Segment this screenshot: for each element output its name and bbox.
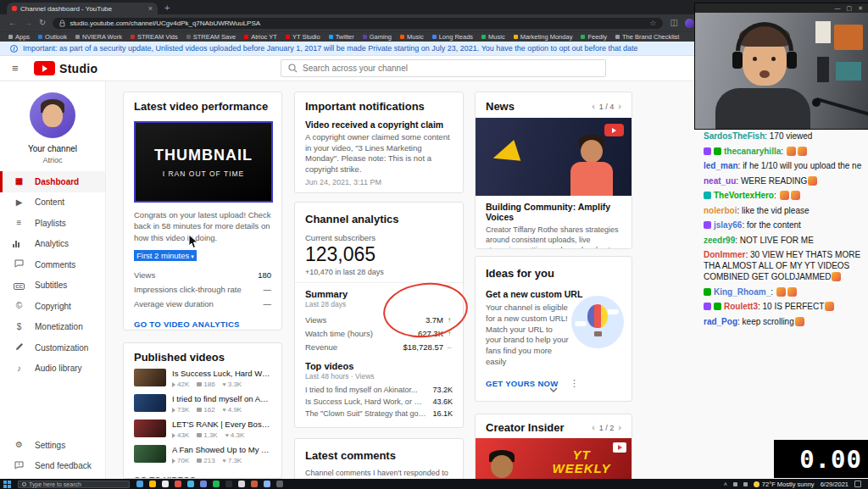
sidebar-item-settings[interactable]: ⚙Settings xyxy=(0,435,105,456)
video-row[interactable]: I tried to find myself on Akinator... 73… xyxy=(134,394,271,414)
sidebar-item-customization[interactable]: Customization xyxy=(0,337,105,358)
close-icon[interactable]: ✕ xyxy=(858,5,863,11)
taskbar-app-icon[interactable] xyxy=(187,481,194,487)
kebab-menu-icon[interactable]: ⋮ xyxy=(443,192,453,193)
tray-icon[interactable] xyxy=(733,482,737,486)
info-icon: i xyxy=(10,45,18,53)
go-to-video-analytics-link[interactable]: GO TO VIDEO ANALYTICS xyxy=(134,320,271,329)
sidebar-item-playlists[interactable]: ≡Playlists xyxy=(0,213,105,234)
tray-expand-icon[interactable]: ˄ xyxy=(724,481,727,487)
taskbar-app-icon[interactable] xyxy=(175,481,181,487)
bookmark-favicon-icon xyxy=(481,35,486,39)
latest-video-thumbnail[interactable]: THUMBNAIL I RAN OUT OF TIME xyxy=(134,121,273,203)
taskbar-app-icon[interactable] xyxy=(225,481,232,487)
chat-badge-icon xyxy=(704,192,711,199)
video-row[interactable]: Is Success Luck, Hard Work, or Pain? 42K… xyxy=(134,369,271,388)
sidebar-item-audio-library[interactable]: ♪Audio library xyxy=(0,358,105,380)
bookmark-label: Gaming xyxy=(370,33,392,41)
search-input[interactable] xyxy=(303,64,598,73)
expand-chevron-icon[interactable] xyxy=(476,381,632,396)
taskbar-app-icon[interactable] xyxy=(238,481,245,487)
studio-logo[interactable]: Studio xyxy=(34,61,97,75)
taskbar-app-icon[interactable] xyxy=(264,481,270,487)
chat-badge-icon xyxy=(704,303,711,310)
bookmark-item[interactable]: YT Studio xyxy=(286,33,320,41)
sidebar-item-copyright[interactable]: ©Copyright xyxy=(0,296,105,317)
weather-widget[interactable]: 72°F Mostly sunny xyxy=(754,481,815,488)
bookmark-item[interactable]: Music xyxy=(400,33,424,41)
likes-icon: ♥ xyxy=(225,432,229,438)
bookmark-item[interactable]: Apps xyxy=(8,33,30,41)
bookmark-item[interactable]: Gaming xyxy=(363,33,392,41)
hamburger-menu-icon[interactable]: ≡ xyxy=(12,63,19,74)
taskbar-app-icon[interactable] xyxy=(276,481,283,487)
comments-icon xyxy=(13,259,25,270)
sidebar-item-monetization[interactable]: $Monetization xyxy=(0,317,105,338)
sidebar-item-analytics[interactable]: Analytics xyxy=(0,234,105,255)
video-row[interactable]: LET'S RANK | Every Boss in Hollow Knight… xyxy=(134,420,271,439)
taskbar-date[interactable]: 6/29/2021 xyxy=(821,481,849,488)
bookmark-item[interactable]: Outlook xyxy=(38,33,67,41)
extensions-icon[interactable]: ◫ xyxy=(670,19,677,27)
top-video-row[interactable]: The "Clown Suit" Strategy that got me a … xyxy=(305,408,453,420)
bookmark-star-icon[interactable]: ☆ xyxy=(649,19,656,27)
refresh-icon[interactable]: ↻ xyxy=(39,19,46,27)
news-image[interactable] xyxy=(476,118,632,196)
minimize-icon[interactable]: — xyxy=(835,5,841,11)
prev-arrow-icon[interactable]: ‹ xyxy=(592,102,595,111)
studio-brand-label: Studio xyxy=(59,62,97,75)
maximize-icon[interactable]: ▢ xyxy=(847,5,853,11)
top-video-row[interactable]: I tried to find myself on Akinator...73.… xyxy=(305,384,453,396)
taskbar-app-icon[interactable] xyxy=(200,481,207,487)
bookmark-item[interactable]: Twitter xyxy=(329,33,354,41)
taskbar-app-icon[interactable] xyxy=(213,481,220,487)
bookmark-item[interactable]: Music xyxy=(481,33,505,41)
bookmark-label: Apps xyxy=(15,33,30,41)
balloon-illustration xyxy=(571,296,624,348)
url-field[interactable]: studio.youtube.com/channel/UCgv4dPk_q7NA… xyxy=(53,18,663,29)
go-to-channel-analytics-link[interactable]: GO TO CHANNEL ANALYTICS xyxy=(305,427,426,428)
channel-avatar[interactable] xyxy=(30,92,75,138)
tray-icon[interactable] xyxy=(743,482,748,486)
bookmark-item[interactable]: NVIERA Work xyxy=(75,33,122,41)
top-videos-title: Top videos xyxy=(305,361,453,371)
next-arrow-icon[interactable]: › xyxy=(618,423,621,432)
next-arrow-icon[interactable]: › xyxy=(618,102,621,111)
analytics-row: Revenue$18,728.57– xyxy=(305,340,453,353)
customization-icon xyxy=(13,342,25,353)
bookmark-item[interactable]: Atrioc YT xyxy=(244,33,277,41)
bookmark-favicon-icon xyxy=(244,35,248,39)
top-video-row[interactable]: Is Success Luck, Hard Work, or Pain?43.6… xyxy=(305,396,453,408)
important-notifications-card: Important notifications Video received a… xyxy=(294,92,464,193)
bookmark-item[interactable]: STREAM Save xyxy=(186,33,236,41)
sidebar-item-dashboard[interactable]: ▦Dashboard xyxy=(0,171,105,192)
new-tab-button[interactable]: + xyxy=(164,3,170,13)
prev-arrow-icon[interactable]: ‹ xyxy=(592,423,595,432)
tab-close-icon[interactable]: × xyxy=(148,5,153,13)
taskbar-app-icon[interactable] xyxy=(136,481,143,487)
taskbar-app-icon[interactable] xyxy=(149,481,156,487)
sidebar-item-content[interactable]: ▶Content xyxy=(0,192,105,214)
bookmark-item[interactable]: The Brand Checklist xyxy=(615,33,680,41)
video-row[interactable]: A Fan Showed Up to My Office Dressed Lik… xyxy=(134,445,271,464)
bookmark-item[interactable]: Long Reads xyxy=(432,33,473,41)
forward-icon[interactable]: → xyxy=(24,19,32,27)
taskbar-search[interactable]: Type here to search xyxy=(18,481,130,488)
content-icon: ▶ xyxy=(13,198,25,207)
sidebar-item-comments[interactable]: Comments xyxy=(0,254,105,275)
taskbar-app-icon[interactable] xyxy=(251,481,258,487)
start-button[interactable] xyxy=(3,481,11,488)
bookmark-item[interactable]: Feedly xyxy=(581,33,607,41)
bookmark-item[interactable]: Marketing Monday xyxy=(514,33,573,41)
likes-icon: ♥ xyxy=(223,407,226,413)
browser-tab[interactable]: Channel dashboard - YouTube × xyxy=(7,3,158,14)
sidebar-item-subtitles[interactable]: CCSubtitles xyxy=(0,275,105,297)
bookmark-item[interactable]: STREAM Vids xyxy=(131,33,178,41)
taskbar-app-icon[interactable] xyxy=(162,481,169,487)
sidebar-item-send-feedback[interactable]: Send feedback xyxy=(0,456,105,477)
studio-search-box[interactable] xyxy=(281,59,606,77)
notification-center-icon[interactable] xyxy=(854,481,861,487)
back-icon[interactable]: ← xyxy=(8,19,17,27)
browser-profile-avatar[interactable] xyxy=(685,19,694,28)
time-range-dropdown[interactable]: First 2 minutes▾ xyxy=(134,250,197,261)
